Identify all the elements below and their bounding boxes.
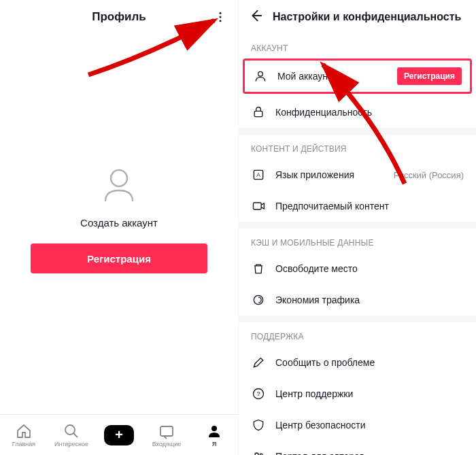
nav-label: Я bbox=[212, 441, 217, 448]
create-account-label: Создать аккаунт bbox=[80, 217, 158, 229]
nav-me[interactable]: Я bbox=[190, 423, 238, 448]
arrow-left-icon bbox=[248, 8, 263, 23]
svg-rect-9 bbox=[254, 111, 262, 116]
svg-text:A: A bbox=[256, 171, 260, 178]
profile-header: Профиль bbox=[0, 0, 238, 34]
svg-point-0 bbox=[220, 12, 222, 14]
nav-label: Входящие bbox=[152, 441, 182, 448]
nav-discover[interactable]: Интересное bbox=[48, 423, 95, 448]
person-icon bbox=[97, 163, 141, 207]
edit-icon bbox=[251, 355, 266, 370]
nav-label: Главная bbox=[12, 441, 35, 448]
trash-icon bbox=[251, 261, 266, 276]
person-outline-icon bbox=[253, 69, 268, 84]
row-label: Освободите место bbox=[275, 263, 464, 274]
row-label: Центр поддержки bbox=[275, 388, 464, 399]
svg-point-7 bbox=[211, 426, 217, 431]
row-label: Экономия трафика bbox=[275, 294, 464, 305]
divider bbox=[239, 128, 476, 135]
row-label: Предпочитаемый контент bbox=[275, 201, 464, 212]
home-icon bbox=[16, 423, 32, 439]
back-button[interactable] bbox=[248, 8, 263, 26]
nav-label: Интересное bbox=[54, 441, 88, 448]
row-free-space[interactable]: Освободите место bbox=[239, 253, 476, 284]
section-cache: КЭШ И МОБИЛЬНЫЕ ДАННЫЕ bbox=[239, 229, 476, 253]
row-label: Портал для авторов bbox=[275, 451, 464, 455]
row-safety-center[interactable]: Центр безопасности bbox=[239, 409, 476, 441]
search-icon bbox=[63, 423, 80, 439]
row-value: Русский (Россия) bbox=[394, 170, 464, 180]
svg-rect-12 bbox=[254, 203, 262, 209]
register-button[interactable]: Регистрация bbox=[31, 243, 207, 273]
plus-icon: + bbox=[104, 425, 134, 445]
settings-header: Настройки и конфиденциальность bbox=[239, 0, 476, 34]
settings-title: Настройки и конфиденциальность bbox=[273, 11, 461, 23]
shield-icon bbox=[251, 418, 266, 433]
row-my-account[interactable]: Мой аккаунт Регистрация bbox=[243, 58, 472, 94]
settings-screen: Настройки и конфиденциальность АККАУНТ М… bbox=[238, 0, 476, 455]
row-preferred-content[interactable]: Предпочитаемый контент bbox=[239, 190, 476, 222]
nav-inbox[interactable]: Входящие bbox=[143, 423, 190, 448]
row-label: Центр безопасности bbox=[275, 420, 464, 431]
more-vertical-icon bbox=[214, 10, 227, 24]
row-label: Язык приложения bbox=[275, 169, 384, 180]
svg-point-4 bbox=[65, 425, 75, 435]
section-content: КОНТЕНТ И ДЕЙСТВИЯ bbox=[239, 135, 476, 159]
nav-create[interactable]: + bbox=[95, 425, 143, 445]
row-label: Сообщить о проблеме bbox=[275, 357, 464, 368]
inbox-icon bbox=[158, 423, 175, 439]
svg-point-3 bbox=[111, 170, 127, 186]
svg-line-5 bbox=[73, 433, 78, 437]
language-icon: A bbox=[251, 167, 266, 182]
row-report[interactable]: Сообщить о проблеме bbox=[239, 347, 476, 378]
help-icon: ? bbox=[251, 386, 266, 401]
section-support: ПОДДЕРЖКА bbox=[239, 322, 476, 347]
profile-icon bbox=[206, 423, 222, 439]
bottom-nav: Главная Интересное + Входящие Я bbox=[0, 414, 238, 455]
register-badge[interactable]: Регистрация bbox=[397, 67, 462, 85]
svg-rect-6 bbox=[160, 426, 173, 436]
row-language[interactable]: A Язык приложения Русский (Россия) bbox=[239, 159, 476, 190]
row-help-center[interactable]: ? Центр поддержки bbox=[239, 378, 476, 409]
svg-point-2 bbox=[220, 20, 222, 22]
row-data-saver[interactable]: Экономия трафика bbox=[239, 284, 476, 316]
page-title: Профиль bbox=[92, 10, 146, 24]
data-saver-icon bbox=[251, 292, 266, 307]
row-privacy[interactable]: Конфиденциальность bbox=[239, 97, 476, 128]
svg-text:?: ? bbox=[256, 390, 260, 397]
profile-body: Создать аккаунт Регистрация bbox=[0, 34, 238, 455]
people-icon bbox=[251, 449, 266, 455]
more-options-button[interactable] bbox=[212, 9, 228, 25]
divider bbox=[239, 222, 476, 229]
section-account: АККАУНТ bbox=[239, 34, 476, 58]
svg-point-1 bbox=[220, 16, 222, 18]
row-label: Мой аккаунт bbox=[277, 71, 388, 82]
row-label: Конфиденциальность bbox=[275, 107, 464, 118]
divider bbox=[239, 316, 476, 322]
lock-icon bbox=[251, 105, 266, 120]
nav-home[interactable]: Главная bbox=[0, 423, 48, 448]
profile-screen: Профиль Создать аккаунт Регистрация bbox=[0, 0, 238, 455]
svg-point-8 bbox=[258, 71, 263, 76]
video-icon bbox=[251, 199, 266, 214]
avatar-placeholder bbox=[95, 161, 143, 209]
row-creator-portal[interactable]: Портал для авторов bbox=[239, 441, 476, 455]
